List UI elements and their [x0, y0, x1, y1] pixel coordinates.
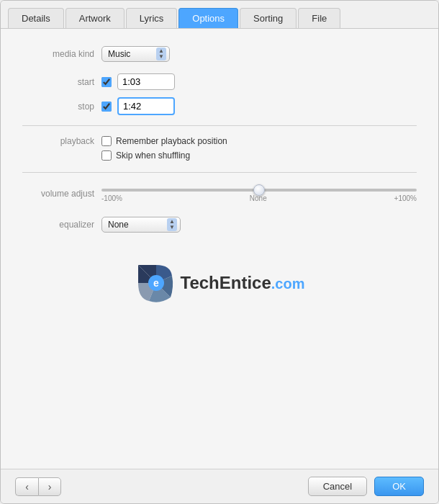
skip-shuffle-text: Skip when shuffling — [116, 150, 190, 161]
options-content: media kind Music Movie TV Show Podcast A… — [1, 29, 438, 469]
tab-options[interactable]: Options — [178, 8, 238, 28]
window: Details Artwork Lyrics Options Sorting F… — [0, 0, 439, 504]
remember-playback-text: Remember playback position — [116, 136, 227, 146]
skip-shuffle-checkbox[interactable] — [101, 150, 112, 161]
remember-playback-checkbox[interactable] — [101, 136, 112, 146]
logo-area: e TechEntice.com — [22, 247, 417, 312]
tab-artwork[interactable]: Artwork — [65, 8, 125, 28]
start-row: start — [22, 73, 417, 90]
playback-section: playback Remember playback position Skip… — [22, 136, 417, 161]
volume-ticks: -100% None +100% — [101, 194, 417, 202]
tld: .com — [271, 276, 305, 292]
stop-label: stop — [22, 102, 101, 112]
volume-none-label: None — [250, 194, 267, 202]
action-buttons: Cancel OK — [308, 477, 424, 496]
playback-label: playback — [22, 136, 101, 146]
media-kind-select[interactable]: Music Movie TV Show Podcast Audiobook — [101, 46, 170, 62]
stop-row: stop — [22, 97, 417, 115]
tab-file[interactable]: File — [298, 8, 340, 28]
media-kind-row: media kind Music Movie TV Show Podcast A… — [22, 46, 417, 62]
forward-icon: › — [48, 481, 52, 492]
equalizer-label: equalizer — [22, 220, 101, 230]
nav-buttons: ‹ › — [15, 477, 61, 496]
logo-icon: e — [135, 261, 178, 305]
back-icon: ‹ — [25, 481, 29, 492]
forward-button[interactable]: › — [38, 477, 61, 496]
volume-slider[interactable] — [101, 189, 417, 192]
stop-checkbox[interactable] — [101, 102, 112, 112]
volume-control: -100% None +100% — [101, 183, 417, 202]
brand-name: TechEntice — [181, 273, 271, 292]
ok-button[interactable]: OK — [374, 477, 424, 496]
cancel-button[interactable]: Cancel — [308, 477, 367, 496]
media-kind-select-wrapper: Music Movie TV Show Podcast Audiobook ▲ … — [101, 46, 170, 62]
svg-text:e: e — [153, 277, 159, 289]
tab-sorting[interactable]: Sorting — [240, 8, 297, 28]
start-checkbox[interactable] — [101, 77, 112, 87]
equalizer-row: equalizer None Acoustic Bass Booster Cla… — [22, 217, 417, 233]
tab-bar: Details Artwork Lyrics Options Sorting F… — [1, 1, 438, 29]
equalizer-select[interactable]: None Acoustic Bass Booster Classical Dan… — [101, 217, 181, 233]
volume-max-label: +100% — [394, 194, 417, 202]
media-kind-label: media kind — [22, 49, 101, 59]
stop-input[interactable] — [117, 97, 175, 115]
logo-container: e TechEntice.com — [135, 261, 305, 305]
bottom-bar: ‹ › Cancel OK — [1, 469, 438, 503]
volume-section: volume adjust -100% None +100% — [22, 183, 417, 202]
volume-min-label: -100% — [101, 194, 122, 202]
remember-playback-row: playback Remember playback position — [22, 136, 417, 146]
tab-lyrics[interactable]: Lyrics — [126, 8, 177, 28]
skip-shuffle-row: Skip when shuffling — [22, 150, 417, 161]
tab-details[interactable]: Details — [8, 8, 64, 28]
equalizer-select-wrapper: None Acoustic Bass Booster Classical Dan… — [101, 217, 181, 233]
start-label: start — [22, 77, 101, 87]
divider-2 — [22, 172, 417, 173]
logo-text: TechEntice.com — [181, 273, 305, 293]
back-button[interactable]: ‹ — [15, 477, 38, 496]
start-input[interactable] — [117, 73, 175, 90]
divider-1 — [22, 125, 417, 126]
volume-label: volume adjust — [22, 183, 101, 199]
